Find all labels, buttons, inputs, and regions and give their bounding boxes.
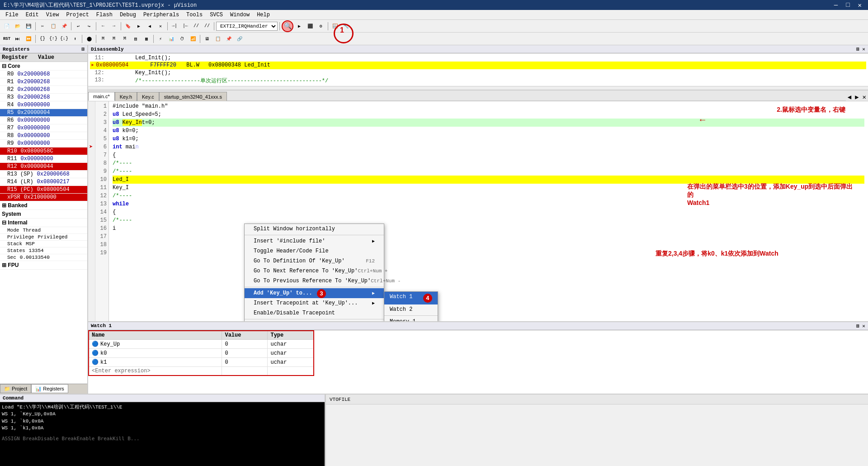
debug4[interactable]: ⬆ [70, 34, 80, 44]
registers-controls[interactable]: ⊞ [81, 46, 85, 52]
tools2-btn[interactable]: 🔧 [341, 21, 351, 31]
debug3[interactable]: {↓} [59, 34, 69, 44]
menu-peripherals[interactable]: Peripherals [140, 11, 183, 19]
ctx-add-to[interactable]: Add 'Key_Up' to... 3 ▶ [245, 288, 384, 298]
project-tab[interactable]: 📁 Project [0, 384, 31, 393]
code-content[interactable]: #include "main.h" u8 Led_Speed=5; u8 Key… [109, 101, 868, 321]
editor-scroll-right[interactable]: ▶ [853, 93, 860, 101]
search-btn[interactable]: 🔍 [282, 20, 293, 32]
ctx-toggle-header[interactable]: Toggle Header/Code File [245, 246, 384, 256]
menu-svcs[interactable]: SVCS [206, 11, 226, 19]
new-btn[interactable]: 📄 [2, 21, 12, 31]
registers-scroll[interactable]: ⊟ Core R00x20000068 R10x20000268 R20x200… [0, 62, 87, 384]
reg-row-r0[interactable]: R00x20000068 [0, 71, 87, 78]
bookmark-btn[interactable]: 🔖 [123, 21, 133, 31]
rst-btn[interactable]: RST [2, 34, 12, 44]
close-btn[interactable]: ✕ [855, 1, 864, 9]
menu-window[interactable]: Window [226, 11, 253, 19]
ctx-insert-include[interactable]: Insert '#include file'▶ [245, 236, 384, 246]
watch-row-k0[interactable]: 🔵k0 0 uchar [89, 349, 314, 358]
watch-row-expr[interactable]: <Enter expression> [89, 367, 314, 376]
win1[interactable]: 🖥 [202, 34, 212, 44]
nav-fwd[interactable]: → [109, 21, 119, 31]
copy-btn[interactable]: 📋 [48, 21, 58, 31]
function-dropdown[interactable]: EXTI2_IRQHandler [216, 22, 278, 31]
maximize-btn[interactable]: □ [843, 1, 852, 9]
per2[interactable]: 📊 [166, 34, 176, 44]
run-btn[interactable]: ▶ [294, 21, 304, 31]
nav-back[interactable]: ← [98, 21, 108, 31]
reg-row-r4[interactable]: R40x00000000 [0, 101, 87, 109]
mem3[interactable]: M [120, 34, 130, 44]
submenu-memory1[interactable]: Memory 1 [384, 317, 438, 321]
step2-btn[interactable]: ⏩ [24, 34, 33, 44]
reg-row-r3[interactable]: R30x20000268 [0, 94, 87, 101]
minimize-btn[interactable]: — [831, 1, 840, 9]
win3[interactable]: 📌 [224, 34, 234, 44]
bookmark-next[interactable]: ▶ [134, 21, 144, 31]
menu-view[interactable]: View [42, 11, 63, 19]
tab-key-c[interactable]: Key.c [137, 92, 159, 101]
outdent-btn[interactable]: |← [180, 21, 190, 31]
menu-debug[interactable]: Debug [116, 11, 140, 19]
editor-scroll-left[interactable]: ◀ [846, 93, 853, 101]
reg-row-r10[interactable]: R100x0800058C [0, 147, 87, 155]
paste-btn[interactable]: 📌 [59, 21, 69, 31]
step-btn[interactable]: ⏭ [13, 34, 23, 44]
reg-row-r12[interactable]: R120x00000044 [0, 163, 87, 171]
mem4[interactable]: ▤ [131, 34, 141, 44]
reg-row-r2[interactable]: R20x20000268 [0, 86, 87, 94]
win2[interactable]: 📋 [213, 34, 223, 44]
open-btn[interactable]: 📂 [13, 21, 23, 31]
reg-row-r13[interactable]: R13 (SP)0x20000668 [0, 171, 87, 178]
ctx-split-window[interactable]: Split Window horizontally [245, 224, 384, 234]
submenu-watch1[interactable]: Watch 1 4 [384, 292, 438, 304]
mem5[interactable]: ▦ [142, 34, 151, 44]
indent-btn[interactable]: →| [170, 21, 179, 31]
menu-file[interactable]: File [2, 11, 22, 19]
bookmark-prev[interactable]: ◀ [145, 21, 155, 31]
submenu-watch2[interactable]: Watch 2 [384, 304, 438, 314]
context-menu[interactable]: Split Window horizontally Insert '#inclu… [244, 223, 384, 321]
mem1[interactable]: M [98, 34, 108, 44]
menu-help[interactable]: Help [253, 11, 274, 19]
ctx-bookmark[interactable]: Insert/Remove BookmarkCtrl+F2 [245, 320, 384, 321]
ctx-enable-tracepoint[interactable]: Enable/Disable Tracepoint [245, 308, 384, 318]
window-controls[interactable]: — □ ✕ [831, 1, 864, 9]
stop-btn[interactable]: ⬛ [305, 21, 315, 31]
cut-btn[interactable]: ✂ [38, 21, 47, 31]
reg-row-r8[interactable]: R80x00000000 [0, 132, 87, 140]
watch-row-keyup[interactable]: 🔵Key_Up 0 uchar [89, 340, 314, 349]
tab-startup[interactable]: startup_stm32f40_41xxx.s [159, 92, 227, 101]
bookmark-clr[interactable]: ✕ [156, 21, 165, 31]
redo-btn[interactable]: ↪ [84, 21, 94, 31]
mem2[interactable]: M [109, 34, 119, 44]
uncomment-btn[interactable]: // [202, 21, 212, 31]
per3[interactable]: ⏱ [177, 34, 187, 44]
reg-row-r5[interactable]: R50x20000004 [0, 109, 87, 117]
reg-row-r15[interactable]: R15 (PC)0x08000504 [0, 186, 87, 194]
cmd-input-area[interactable] [2, 436, 323, 442]
editor-close[interactable]: ✕ [861, 93, 868, 101]
debug1[interactable]: {} [38, 34, 47, 44]
reg-row-r1[interactable]: R10x20000268 [0, 78, 87, 86]
settings-btn[interactable]: ⚙ [316, 21, 326, 31]
save-btn[interactable]: 💾 [24, 21, 33, 31]
ctx-goto-def[interactable]: Go To Definition Of 'Key_Up'F12 [245, 256, 384, 266]
reg-row-r6[interactable]: R60x00000000 [0, 117, 87, 124]
command-input[interactable] [2, 436, 323, 442]
ctx-goto-next-ref[interactable]: Go To Next Reference To 'Key_Up'Ctrl+Num… [245, 266, 384, 276]
menu-edit[interactable]: Edit [22, 11, 42, 19]
undo-btn[interactable]: ↩ [73, 21, 83, 31]
reg-row-r14[interactable]: R14 (LR)0x08000217 [0, 178, 87, 186]
menu-flash[interactable]: Flash [93, 11, 116, 19]
per1[interactable]: ⚡ [156, 34, 165, 44]
menu-project[interactable]: Project [62, 11, 92, 19]
disasm-scrollbar[interactable] [88, 86, 868, 90]
reg-row-r9[interactable]: R90x00000000 [0, 140, 87, 147]
ctx-goto-prev-ref[interactable]: Go To Previous Reference To 'Key_Up'Ctrl… [245, 276, 384, 286]
per4[interactable]: 📶 [188, 34, 198, 44]
watch-row-k1[interactable]: 🔵k1 0 uchar [89, 358, 314, 367]
bp-btn[interactable]: ⬤ [84, 34, 94, 44]
reg-row-xpsr[interactable]: xPSR0x21000000 [0, 194, 87, 201]
